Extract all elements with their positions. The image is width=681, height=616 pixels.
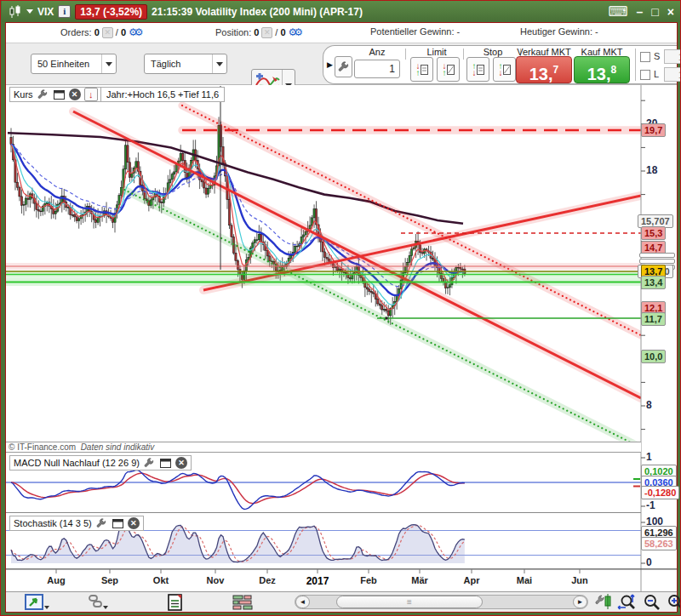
timeframe-dropdown[interactable]: Täglich bbox=[144, 54, 227, 74]
trade-panel: ▶ Anz Limit ↓↑ ↓↑ bbox=[323, 45, 677, 84]
today-profit-group: Heutiger Gewinn: - bbox=[520, 26, 598, 37]
trade-settings-button[interactable] bbox=[335, 56, 352, 77]
price-change-badge: 13,7 (-3,52%) bbox=[75, 4, 147, 20]
chart-settings-button[interactable] bbox=[595, 594, 612, 613]
orders-checkbox-icon[interactable]: ✕ bbox=[102, 27, 113, 38]
window-icon bbox=[160, 459, 171, 468]
position-count: 0 bbox=[254, 27, 259, 37]
detach-window-button[interactable] bbox=[53, 88, 66, 100]
potential-profit-value: - bbox=[456, 26, 460, 37]
stop-label: Stop bbox=[466, 47, 519, 57]
zoom-out-button[interactable] bbox=[643, 594, 661, 613]
l-label: L bbox=[654, 69, 659, 79]
report-button[interactable] bbox=[168, 594, 183, 613]
units-dropdown-value: 50 Einheiten bbox=[37, 59, 89, 69]
potential-profit-group: Potentieller Gewinn: - bbox=[370, 26, 460, 37]
position-group: Position: 0 ✕ / 0 ⚙⚙ bbox=[215, 26, 300, 38]
orders-label: Orders: bbox=[60, 27, 92, 37]
close-button[interactable]: × bbox=[667, 5, 674, 19]
macd-settings-button[interactable] bbox=[143, 457, 156, 469]
stop-checkbox[interactable] bbox=[640, 52, 650, 62]
position-settings-gear-icon[interactable]: ⚙⚙ bbox=[289, 26, 300, 38]
position-checkbox-icon[interactable]: ✕ bbox=[261, 27, 272, 38]
close-panel-icon[interactable]: ✕ bbox=[175, 457, 187, 469]
instrument-symbol: VIX bbox=[37, 6, 54, 18]
orders-group: Orders: 0 ✕ / 0 ⚙⚙ bbox=[60, 26, 140, 38]
scrollbar-thumb[interactable]: ≡ bbox=[336, 596, 483, 608]
bottom-toolbar: ◄ ≡ ► bbox=[6, 591, 677, 612]
chart-area[interactable]: Kurs ✕ ↓ ↑ Jahr:+Hoch 16,5 +Tief 11,6 © … bbox=[6, 85, 677, 591]
export-chart-button[interactable] bbox=[25, 594, 50, 613]
scrollbar-grip: ≡ bbox=[407, 597, 412, 607]
copyright-text: © IT-Finance.com bbox=[9, 442, 76, 452]
chevron-down-icon[interactable] bbox=[212, 54, 226, 73]
instrument-dropdown-caret[interactable] bbox=[26, 9, 33, 14]
chart-toolbar-row: 50 Einheiten Täglich bbox=[6, 43, 677, 85]
orders-count2: 0 bbox=[121, 27, 126, 37]
detach-window-button[interactable] bbox=[112, 517, 124, 529]
info-icon[interactable]: i bbox=[58, 5, 71, 18]
buy-market-button[interactable]: 13,8 bbox=[574, 56, 630, 83]
buy-limit-order-button[interactable]: ↓↑ bbox=[437, 57, 460, 82]
year-range-info: Jahr:+Hoch 16,5 +Tief 11,6 bbox=[106, 89, 219, 100]
price-panel-title: Kurs bbox=[14, 89, 33, 100]
market-depth-button[interactable] bbox=[232, 594, 255, 613]
title-bar: VIX i 13,7 (-3,52%) 21:15:39 Volatility … bbox=[2, 1, 681, 22]
buy-stop-order-button[interactable]: ↑↓ bbox=[493, 57, 516, 82]
s-label: S bbox=[654, 51, 660, 61]
sell-limit-order-button[interactable]: ↓↑ bbox=[410, 57, 433, 82]
macd-panel-header: MACD Null Nachlauf (12 26 9) ✕ bbox=[9, 455, 192, 471]
minimize-button[interactable]: – bbox=[637, 5, 644, 19]
window-content: Orders: 0 ✕ / 0 ⚙⚙ Position: 0 ✕ / 0 ⚙⚙ … bbox=[6, 23, 677, 612]
potential-profit-label: Potentieller Gewinn: bbox=[370, 26, 454, 37]
stochastic-panel-header: Stochastik (14 3 5) ✕ bbox=[9, 516, 144, 531]
panel-collapse-arrow-icon[interactable]: ▶ bbox=[327, 60, 333, 69]
year-range-box: Jahr:+Hoch 16,5 +Tief 11,6 bbox=[100, 87, 225, 102]
wrench-icon bbox=[338, 61, 349, 72]
stop-distance-input[interactable] bbox=[664, 49, 681, 64]
quantity-input[interactable] bbox=[354, 60, 400, 78]
app-window: VIX i 13,7 (-3,52%) 21:15:39 Volatility … bbox=[0, 0, 681, 616]
candlestick-icon bbox=[9, 5, 22, 19]
limit-checkbox[interactable] bbox=[640, 70, 650, 80]
window-icon bbox=[112, 519, 123, 528]
orders-count: 0 bbox=[94, 27, 100, 37]
stoch-settings-button[interactable] bbox=[95, 517, 108, 529]
sell-stop-order-button[interactable]: ↑↓ bbox=[466, 57, 489, 82]
detach-window-button[interactable] bbox=[159, 457, 172, 469]
window-title: 21:15:39 Volatility Index (200 Mini) (AP… bbox=[152, 6, 363, 18]
stochastic-panel-title: Stochastik (14 3 5) bbox=[14, 518, 92, 528]
keyboard-icon[interactable]: ⌨ bbox=[608, 3, 627, 20]
chevron-down-icon[interactable] bbox=[101, 54, 116, 73]
limit-label: Limit bbox=[410, 47, 463, 57]
wrench-icon bbox=[96, 518, 106, 528]
close-panel-icon[interactable]: ✕ bbox=[69, 88, 81, 100]
window-icon bbox=[54, 90, 65, 100]
units-dropdown[interactable]: 50 Einheiten bbox=[31, 54, 117, 74]
position-count2: 0 bbox=[280, 27, 285, 37]
anz-label: Anz bbox=[354, 47, 400, 57]
data-provider-bar: © IT-Finance.com Daten sind indikativ bbox=[6, 442, 641, 453]
today-profit-label: Heutiger Gewinn: bbox=[520, 26, 592, 37]
maximize-button[interactable]: □ bbox=[651, 5, 658, 19]
position-label: Position: bbox=[215, 27, 251, 37]
today-profit-value: - bbox=[595, 26, 598, 37]
sell-arrow-button[interactable]: ↓ bbox=[84, 88, 98, 101]
timeframe-dropdown-value: Täglich bbox=[151, 59, 180, 69]
orders-settings-gear-icon[interactable]: ⚙⚙ bbox=[129, 26, 140, 38]
link-button[interactable] bbox=[88, 594, 110, 613]
disclaimer-text: Daten sind indikativ bbox=[81, 442, 155, 452]
wrench-icon bbox=[37, 89, 48, 100]
wrench-icon bbox=[144, 458, 154, 468]
time-scrollbar[interactable]: ◄ ≡ ► bbox=[295, 595, 588, 609]
zoom-in-button[interactable] bbox=[667, 594, 681, 613]
scroll-right-button[interactable]: ► bbox=[573, 596, 587, 608]
limit-distance-input[interactable] bbox=[664, 67, 681, 82]
scroll-left-button[interactable]: ◄ bbox=[295, 596, 310, 608]
price-settings-button[interactable] bbox=[37, 88, 49, 100]
sell-market-button[interactable]: 13,7 bbox=[516, 56, 572, 83]
close-panel-icon[interactable]: ✕ bbox=[128, 517, 140, 529]
orders-status-row: Orders: 0 ✕ / 0 ⚙⚙ Position: 0 ✕ / 0 ⚙⚙ … bbox=[6, 23, 677, 43]
macd-panel-title: MACD Null Nachlauf (12 26 9) bbox=[14, 458, 140, 468]
zoom-range-button[interactable] bbox=[617, 594, 638, 613]
